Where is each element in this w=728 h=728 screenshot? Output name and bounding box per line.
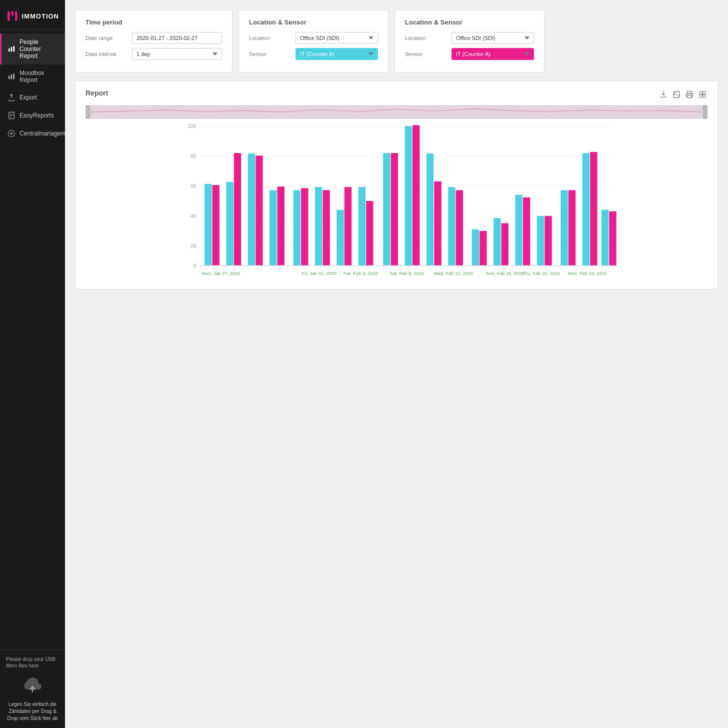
svg-rect-36 <box>270 190 276 266</box>
sensor-row-1: Sensor IT (Counter A) <box>249 48 378 60</box>
sidebar-bottom: Please drop your USB Mem files here Lege… <box>0 650 65 728</box>
chart-toolbar <box>658 90 708 101</box>
sensor-select-1[interactable]: IT (Counter A) <box>296 48 378 60</box>
svg-rect-41 <box>322 190 330 266</box>
grid-icon-btn[interactable] <box>698 90 708 101</box>
sidebar-item-label-2: Moodbox Report <box>20 70 59 84</box>
svg-text:Thu, Feb 20, 2020: Thu, Feb 20, 2020 <box>522 271 560 276</box>
svg-text:Mon, Feb 24, 2020: Mon, Feb 24, 2020 <box>568 271 607 276</box>
sensor-row-2: Sensor IT (Counter A) <box>405 48 534 60</box>
location-sensor-title-2: Location & Sensor <box>405 18 534 26</box>
svg-rect-51 <box>434 182 441 266</box>
data-interval-label: Data interval <box>86 51 128 57</box>
logo-text: IMMOTION <box>22 12 59 20</box>
svg-rect-66 <box>602 210 608 266</box>
svg-rect-60 <box>537 216 544 266</box>
svg-rect-54 <box>472 230 479 266</box>
sidebar-item-moodbox[interactable]: Moodbox Report <box>0 64 65 88</box>
svg-rect-63 <box>568 190 576 266</box>
chart-scroll-handle <box>86 105 708 119</box>
svg-rect-49 <box>412 125 420 266</box>
svg-rect-37 <box>278 186 284 266</box>
location-select-1[interactable]: Office SDI (SDI) <box>296 32 378 44</box>
main-content: Time period Date range Data interval 1 d… <box>65 0 728 728</box>
svg-text:Sat, Feb 8, 2020: Sat, Feb 8, 2020 <box>390 271 424 276</box>
svg-rect-57 <box>502 223 508 266</box>
svg-rect-52 <box>448 187 455 266</box>
date-range-input[interactable] <box>132 32 222 44</box>
scroll-bar-container[interactable] <box>90 105 702 119</box>
svg-rect-11 <box>674 92 680 98</box>
svg-rect-0 <box>8 48 10 52</box>
svg-rect-35 <box>256 156 262 266</box>
location-sensor-title-1: Location & Sensor <box>249 18 378 26</box>
bar-chart-icon <box>8 45 16 53</box>
svg-rect-53 <box>456 190 463 266</box>
chart-area: 100 80 60 40 20 0 <box>86 121 708 281</box>
svg-rect-15 <box>703 92 706 94</box>
upload-cloud <box>6 673 59 697</box>
date-range-row: Date range <box>86 32 222 44</box>
logo-icon <box>6 9 19 23</box>
date-range-label: Date range <box>86 35 128 41</box>
svg-rect-38 <box>294 190 300 266</box>
sidebar-item-label-4: EasyReports <box>20 112 54 119</box>
report-panel: Report <box>75 80 718 290</box>
scroll-handle-right[interactable] <box>702 105 708 119</box>
print-icon-btn[interactable] <box>684 90 694 101</box>
svg-rect-50 <box>426 154 434 266</box>
svg-rect-33 <box>234 153 241 266</box>
svg-text:Wed, Feb 12, 2020: Wed, Feb 12, 2020 <box>434 271 473 276</box>
sidebar-item-export[interactable]: Export <box>0 88 65 106</box>
print-icon <box>686 90 694 98</box>
sensor-select-2[interactable]: IT (Counter A) <box>452 48 534 60</box>
svg-rect-4 <box>11 74 12 79</box>
usb-drop-text: Please drop your USB Mem files here <box>6 656 59 669</box>
download-icon-btn[interactable] <box>658 90 668 101</box>
report-title: Report <box>86 89 108 97</box>
image-icon-btn[interactable] <box>672 90 682 101</box>
location-sensor-panel-2: Location & Sensor Location Office SDI (S… <box>394 10 544 72</box>
cloud-upload-icon <box>20 673 44 697</box>
svg-rect-59 <box>523 198 530 266</box>
sidebar-item-people-counter[interactable]: People Counter Report <box>0 34 65 64</box>
scroll-handle-left[interactable] <box>86 105 90 119</box>
svg-text:40: 40 <box>190 214 196 219</box>
svg-rect-62 <box>560 190 568 266</box>
drag-drop-text: Legen Sie einfach die Zähldaten per Drag… <box>6 701 59 722</box>
data-interval-row: Data interval 1 day <box>86 48 222 60</box>
svg-rect-2 <box>13 46 14 52</box>
location-select-2[interactable]: Office SDI (SDI) <box>452 32 534 44</box>
svg-rect-46 <box>383 153 390 266</box>
svg-rect-1 <box>11 47 12 52</box>
svg-point-12 <box>674 92 676 94</box>
bar-chart-icon-2 <box>8 72 16 80</box>
svg-text:80: 80 <box>190 154 196 159</box>
svg-rect-30 <box>204 184 212 266</box>
svg-rect-56 <box>494 218 500 266</box>
svg-text:60: 60 <box>190 184 196 189</box>
bar-chart-svg: 100 80 60 40 20 0 <box>86 121 708 281</box>
svg-text:20: 20 <box>190 244 196 249</box>
svg-rect-17 <box>703 94 706 97</box>
svg-rect-55 <box>480 231 486 266</box>
sidebar-item-centralmanagement[interactable]: Centralmanagement <box>0 124 65 142</box>
data-interval-select[interactable]: 1 day <box>132 48 222 60</box>
svg-rect-42 <box>336 210 344 266</box>
svg-rect-44 <box>358 187 366 266</box>
svg-rect-34 <box>248 154 255 266</box>
sidebar-item-easyreports[interactable]: EasyReports <box>0 106 65 124</box>
svg-rect-43 <box>344 187 352 266</box>
svg-rect-14 <box>700 92 702 94</box>
svg-rect-13 <box>688 95 692 98</box>
svg-rect-31 <box>212 185 219 266</box>
svg-point-10 <box>10 132 12 134</box>
svg-rect-16 <box>700 94 702 97</box>
grid-icon <box>698 90 706 98</box>
export-icon <box>8 94 16 102</box>
location-sensor-panel-1: Location & Sensor Location Office SDI (S… <box>238 10 388 72</box>
svg-rect-39 <box>301 188 308 266</box>
svg-text:Mon, Jan 27, 2020: Mon, Jan 27, 2020 <box>202 271 240 276</box>
filters-row: Time period Date range Data interval 1 d… <box>75 10 718 72</box>
location-row-1: Location Office SDI (SDI) <box>249 32 378 44</box>
